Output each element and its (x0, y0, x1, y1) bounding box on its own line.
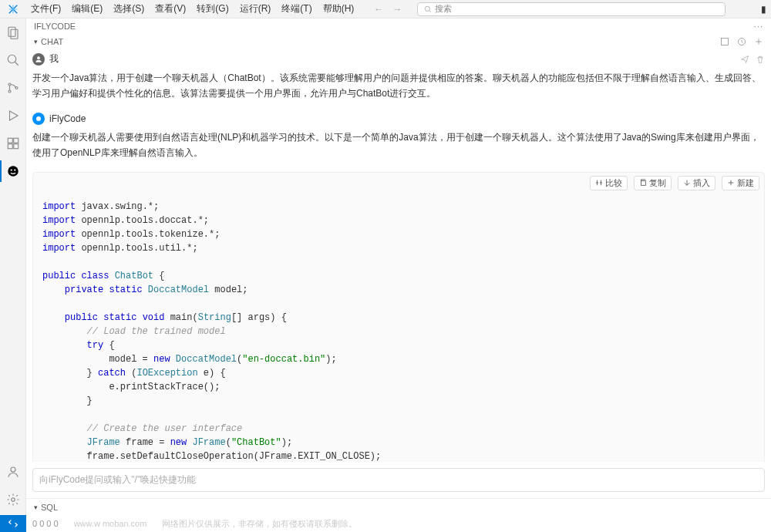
nav-forward-icon[interactable]: → (392, 4, 402, 15)
svg-rect-10 (13, 144, 18, 149)
search-icon (424, 5, 432, 13)
sql-label: SQL (41, 503, 58, 512)
add-icon[interactable] (754, 37, 763, 46)
nav-arrows: ← → (374, 4, 402, 15)
svg-rect-19 (641, 181, 646, 186)
user-name: 我 (49, 52, 59, 66)
svg-rect-9 (8, 144, 12, 149)
search-placeholder: 搜索 (435, 3, 452, 15)
menu-help[interactable]: 帮助(H) (318, 1, 359, 17)
menu-terminal[interactable]: 终端(T) (277, 1, 316, 17)
titlebar: 文件(F) 编辑(E) 选择(S) 查看(V) 转到(G) 运行(R) 终端(T… (0, 0, 771, 19)
history-icon[interactable] (737, 37, 746, 46)
chat-pane-header[interactable]: ▾CHAT (26, 34, 771, 49)
app-icon (0, 4, 26, 15)
settings-icon[interactable] (5, 492, 21, 507)
watermark-domain: www.w moban.com (74, 519, 147, 528)
layout-icon[interactable]: ▮ (761, 4, 766, 15)
svg-point-18 (37, 56, 40, 59)
avatar-bot-icon (32, 113, 45, 125)
expand-icon[interactable] (720, 37, 729, 46)
run-debug-icon[interactable] (5, 108, 21, 123)
source-control-icon[interactable] (5, 80, 21, 96)
chat-log: 我 开发一个Java算法，用于创建一个聊天机器人（ChatBot）。该系统需要能… (26, 49, 771, 462)
activity-bar (0, 19, 26, 515)
svg-point-0 (425, 6, 429, 11)
chat-label: CHAT (41, 37, 63, 46)
svg-rect-8 (13, 138, 18, 143)
nav-back-icon[interactable]: ← (374, 4, 383, 15)
iflycode-pane-header: IFLYCODE ··· (26, 19, 771, 34)
user-msg-header: 我 (32, 49, 765, 69)
menu-file[interactable]: 文件(F) (26, 1, 66, 17)
insert-button[interactable]: 插入 (678, 176, 715, 190)
bot-msg-header: iFlyCode (32, 109, 765, 128)
svg-point-15 (11, 498, 15, 502)
titlebar-right: ▮ (740, 4, 771, 15)
bot-name: iFlyCode (49, 113, 86, 124)
chevron-down-icon: ▾ (34, 38, 38, 45)
code-toolbar: 比较 复制 插入 新建 (33, 173, 764, 194)
extensions-icon[interactable] (5, 136, 21, 151)
search-icon[interactable] (5, 52, 21, 68)
status-bar: 0 0 0 0 www.w moban.com 网络图片仅供展示，非存储，如有侵… (0, 515, 771, 532)
menu-select[interactable]: 选择(S) (109, 1, 149, 17)
content-area: IFLYCODE ··· ▾CHAT 我 开发一个Java算法，用于创建一个聊天… (26, 19, 771, 515)
svg-point-12 (10, 169, 12, 170)
explorer-icon[interactable] (5, 25, 21, 40)
iflycode-icon[interactable] (5, 163, 21, 179)
copy-button[interactable]: 复制 (634, 176, 672, 190)
status-problems[interactable]: 0 0 0 0 (26, 519, 59, 528)
svg-rect-1 (8, 27, 15, 36)
send-icon[interactable] (740, 55, 749, 64)
menu-goto[interactable]: 转到(G) (192, 1, 233, 17)
section-label: IFLYCODE (34, 22, 76, 31)
avatar-user-icon (32, 53, 45, 66)
new-button[interactable]: 新建 (722, 176, 759, 190)
svg-point-4 (8, 83, 11, 86)
code-content: import javax.swing.*; import opennlp.too… (33, 194, 764, 462)
user-msg-body: 开发一个Java算法，用于创建一个聊天机器人（ChatBot）。该系统需要能够理… (32, 69, 765, 109)
svg-point-3 (8, 55, 16, 63)
menu-bar: 文件(F) 编辑(E) 选择(S) 查看(V) 转到(G) 运行(R) 终端(T… (26, 1, 359, 17)
bot-msg-body: 创建一个聊天机器人需要使用到自然语言处理(NLP)和机器学习的技术。以下是一个简… (32, 128, 765, 169)
svg-point-14 (11, 467, 15, 472)
svg-rect-16 (722, 39, 729, 45)
compare-button[interactable]: 比较 (590, 176, 628, 190)
menu-view[interactable]: 查看(V) (150, 1, 190, 17)
code-block: 比较 复制 插入 新建 import javax.swing.*; import… (32, 172, 765, 462)
account-icon[interactable] (5, 464, 21, 480)
svg-point-11 (8, 166, 19, 177)
svg-rect-2 (11, 29, 18, 39)
menu-edit[interactable]: 编辑(E) (67, 1, 107, 17)
svg-point-5 (8, 90, 11, 93)
menu-run[interactable]: 运行(R) (235, 1, 276, 17)
svg-point-13 (14, 169, 15, 170)
search-box[interactable]: 搜索 (417, 2, 726, 16)
sql-pane-header[interactable]: ▾ SQL (26, 498, 771, 515)
delete-icon[interactable] (756, 55, 765, 64)
chat-input[interactable]: 向iFlyCode提问或输入"/"唤起快捷功能 (32, 468, 765, 492)
watermark-text: 网络图片仅供展示，非存储，如有侵权请联系删除。 (162, 518, 357, 530)
chevron-down-icon: ▾ (34, 503, 38, 511)
more-icon[interactable]: ··· (754, 22, 763, 31)
svg-rect-7 (8, 138, 12, 143)
remote-icon[interactable] (0, 515, 26, 532)
